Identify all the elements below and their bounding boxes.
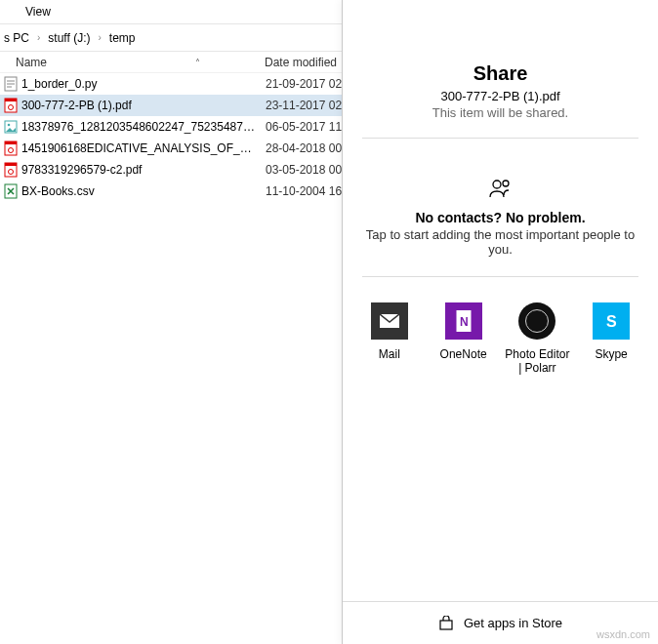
- breadcrumb-item[interactable]: temp: [105, 31, 140, 45]
- svg-rect-5: [5, 99, 17, 101]
- share-filename: 300-777-2-PB (1).pdf: [343, 89, 658, 103]
- file-name: 9783319296579-c2.pdf: [21, 163, 260, 177]
- breadcrumb-item[interactable]: stuff (J:): [44, 31, 94, 45]
- watermark: wsxdn.com: [596, 628, 650, 640]
- svg-rect-10: [5, 141, 17, 144]
- share-app-mail[interactable]: Mail: [354, 302, 425, 376]
- file-icon: [0, 98, 21, 113]
- file-name: 300-777-2-PB (1).pdf: [21, 99, 260, 112]
- share-app-label: Photo Editor | Polarr: [503, 347, 573, 376]
- file-name: 1451906168EDICATIVE_ANALYSIS_OF_DIA...: [21, 141, 260, 155]
- file-icon: [0, 76, 21, 92]
- contacts-heading: No contacts? No problem.: [343, 210, 658, 225]
- file-icon: [0, 119, 21, 135]
- share-apps: MailNOneNotePhoto Editor | PolarrSSkype: [343, 277, 658, 376]
- svg-point-16: [493, 181, 501, 188]
- file-date: 11-10-2004 16: [260, 184, 342, 198]
- share-app-onenote[interactable]: NOneNote: [429, 302, 499, 376]
- svg-point-8: [8, 124, 11, 127]
- share-app-polarr[interactable]: Photo Editor | Polarr: [503, 302, 573, 376]
- share-app-label: Mail: [354, 347, 425, 361]
- file-date: 03-05-2018 00: [260, 163, 342, 177]
- svg-text:N: N: [460, 315, 469, 329]
- file-icon: [0, 141, 21, 156]
- contacts-sub: Tap to start adding the most important p…: [343, 227, 658, 257]
- share-app-skype[interactable]: SSkype: [576, 302, 646, 376]
- sort-caret-icon: ˄: [195, 58, 200, 68]
- mail-icon: [371, 302, 408, 340]
- menu-view[interactable]: View: [18, 3, 59, 20]
- svg-rect-13: [5, 163, 17, 166]
- skype-icon: S: [593, 302, 630, 340]
- file-date: 06-05-2017 11: [260, 120, 342, 134]
- polarr-icon: [518, 302, 555, 340]
- people-icon: [487, 178, 514, 199]
- file-date: 21-09-2017 02: [260, 77, 342, 91]
- share-panel: Share 300-777-2-PB (1).pdf This item wil…: [342, 0, 658, 644]
- file-icon: [0, 183, 21, 199]
- file-date: 28-04-2018 00: [260, 141, 342, 155]
- share-app-label: Skype: [576, 347, 646, 361]
- column-name[interactable]: Name ˄: [0, 56, 259, 69]
- svg-rect-24: [440, 621, 452, 629]
- breadcrumb-item[interactable]: s PC: [0, 31, 33, 45]
- share-app-label: OneNote: [429, 347, 499, 361]
- chevron-right-icon: ›: [94, 32, 104, 43]
- file-date: 23-11-2017 02: [260, 99, 342, 112]
- store-icon: [438, 616, 454, 631]
- onenote-icon: N: [445, 302, 482, 340]
- file-name: BX-Books.csv: [21, 184, 260, 198]
- file-name: 1_border_0.py: [21, 77, 260, 91]
- share-note: This item will be shared.: [343, 105, 658, 120]
- file-icon: [0, 162, 21, 178]
- column-name-label: Name: [16, 56, 47, 69]
- store-label: Get apps in Store: [464, 616, 562, 630]
- svg-text:S: S: [606, 313, 617, 330]
- contacts-block[interactable]: No contacts? No problem. Tap to start ad…: [343, 139, 658, 257]
- svg-point-17: [503, 181, 509, 186]
- chevron-right-icon: ›: [33, 32, 44, 43]
- share-title: Share: [343, 62, 658, 85]
- file-name: 18378976_1281203548602247_75235487_o...: [21, 120, 260, 134]
